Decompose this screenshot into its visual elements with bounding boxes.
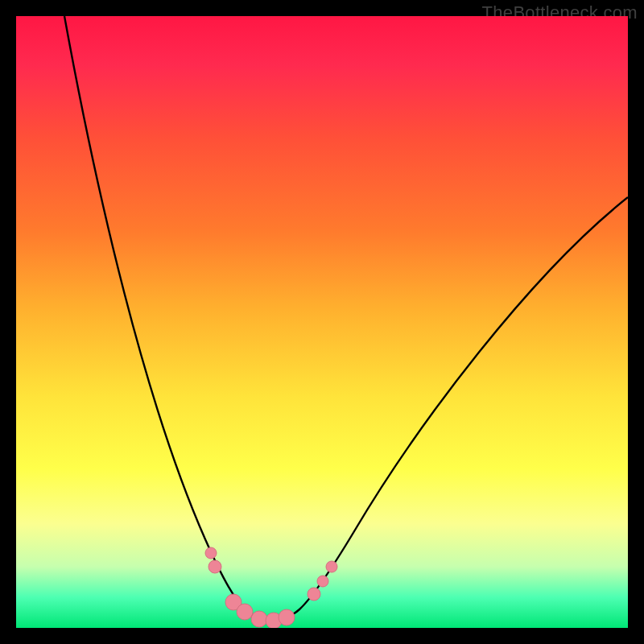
chart-frame bbox=[16, 16, 628, 628]
curve-marker bbox=[237, 604, 253, 620]
curve-marker bbox=[326, 561, 337, 572]
curve-marker bbox=[308, 588, 320, 601]
plot-svg bbox=[16, 16, 628, 628]
curve-marker bbox=[317, 576, 328, 587]
v-curve bbox=[64, 16, 628, 621]
curve-marker bbox=[279, 609, 295, 625]
curve-marker bbox=[251, 611, 267, 627]
curve-marker bbox=[208, 560, 221, 573]
curve-marker bbox=[205, 547, 217, 559]
